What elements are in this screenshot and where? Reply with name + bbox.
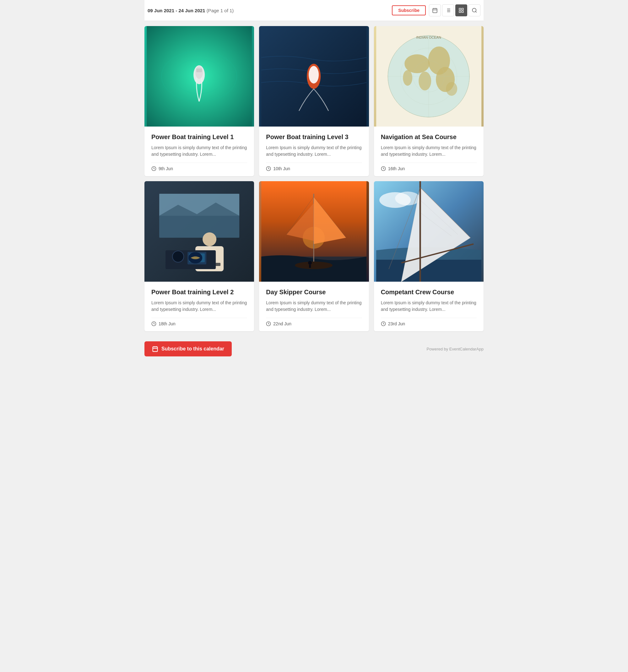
svg-rect-21 — [196, 69, 202, 72]
clock-icon-6 — [381, 321, 386, 326]
event-image-4 — [144, 181, 254, 282]
event-card-5[interactable]: Day Skipper Course Lorem Ipsum is simply… — [259, 181, 369, 331]
event-card-body-4: Power Boat training Level 2 Lorem Ipsum … — [144, 282, 254, 331]
page-info: (Page 1 of 1) — [207, 8, 234, 13]
event-card-body-3: Navigation at Sea Course Lorem Ipsum is … — [374, 126, 484, 176]
event-card-body-5: Day Skipper Course Lorem Ipsum is simply… — [259, 282, 369, 331]
event-date-text-5: 22nd Jun — [273, 321, 291, 326]
svg-point-66 — [395, 192, 420, 206]
svg-point-34 — [446, 82, 457, 96]
events-grid: Power Boat training Level 1 Lorem Ipsum … — [144, 21, 484, 336]
event-image-5 — [259, 181, 369, 282]
event-title-4: Power Boat training Level 2 — [151, 289, 247, 296]
svg-rect-10 — [459, 8, 461, 10]
svg-rect-12 — [462, 11, 463, 13]
subscribe-calendar-label: Subscribe to this calendar — [162, 346, 224, 352]
event-image-1 — [144, 26, 254, 126]
svg-text:INDIAN OCEAN: INDIAN OCEAN — [416, 35, 441, 39]
event-image-2 — [259, 26, 369, 126]
svg-point-45 — [202, 232, 216, 246]
powered-by: Powered by EventCalendarApp — [427, 347, 484, 352]
event-desc-4: Lorem Ipsum is simply dummy text of the … — [151, 299, 247, 313]
grid-icon — [458, 7, 464, 13]
clock-icon-1 — [151, 166, 156, 171]
clock-icon-4 — [151, 321, 156, 326]
event-date-5: 22nd Jun — [266, 318, 362, 326]
svg-point-14 — [472, 8, 476, 12]
event-desc-6: Lorem Ipsum is simply dummy text of the … — [381, 299, 477, 313]
calendar-icon — [432, 7, 438, 13]
event-date-3: 16th Jun — [381, 163, 477, 171]
search-icon — [472, 7, 477, 13]
event-card-6[interactable]: Competant Crew Course Lorem Ipsum is sim… — [374, 181, 484, 331]
event-desc-1: Lorem Ipsum is simply dummy text of the … — [151, 144, 247, 158]
event-card-3[interactable]: INDIAN OCEAN Navigation at Sea Course Lo… — [374, 26, 484, 176]
event-desc-3: Lorem Ipsum is simply dummy text of the … — [381, 144, 477, 158]
subscribe-button[interactable]: Subscribe — [392, 5, 426, 16]
subscribe-calendar-button[interactable]: Subscribe to this calendar — [144, 341, 232, 356]
event-date-text-6: 23rd Jun — [388, 321, 405, 326]
event-title-6: Competant Crew Course — [381, 289, 477, 296]
event-date-text-2: 10th Jun — [273, 166, 290, 171]
event-image-3: INDIAN OCEAN — [374, 26, 484, 126]
event-date-4: 18th Jun — [151, 318, 247, 326]
svg-rect-11 — [462, 8, 463, 10]
event-title-3: Navigation at Sea Course — [381, 134, 477, 141]
event-date-6: 23rd Jun — [381, 318, 477, 326]
event-card-body-1: Power Boat training Level 1 Lorem Ipsum … — [144, 126, 254, 176]
svg-rect-0 — [433, 8, 437, 13]
event-card-body-6: Competant Crew Course Lorem Ipsum is sim… — [374, 282, 484, 331]
svg-point-49 — [172, 251, 184, 262]
event-date-2: 10th Jun — [266, 163, 362, 171]
event-title-5: Day Skipper Course — [266, 289, 362, 296]
event-card-body-2: Power Boat training Level 3 Lorem Ipsum … — [259, 126, 369, 176]
event-card-2[interactable]: Power Boat training Level 3 Lorem Ipsum … — [259, 26, 369, 176]
header-controls: Subscribe — [392, 4, 484, 16]
calendar-view-button[interactable] — [429, 4, 441, 16]
svg-point-61 — [308, 261, 312, 265]
svg-point-20 — [195, 66, 203, 79]
event-image-6 — [374, 181, 484, 282]
clock-icon-2 — [266, 166, 271, 171]
calendar-subscribe-icon — [152, 346, 158, 352]
svg-point-33 — [403, 70, 412, 86]
svg-point-32 — [418, 72, 431, 91]
grid-view-button[interactable] — [455, 4, 467, 16]
date-range: 09 Jun 2021 - 24 Jun 2021 — [148, 8, 205, 13]
event-desc-2: Lorem Ipsum is simply dummy text of the … — [266, 144, 362, 158]
event-desc-5: Lorem Ipsum is simply dummy text of the … — [266, 299, 362, 313]
event-card-1[interactable]: Power Boat training Level 1 Lorem Ipsum … — [144, 26, 254, 176]
svg-point-25 — [309, 66, 319, 83]
event-date-text-4: 18th Jun — [159, 321, 175, 326]
list-view-button[interactable] — [442, 4, 454, 16]
clock-icon-5 — [266, 321, 271, 326]
svg-line-15 — [476, 11, 476, 12]
event-title-1: Power Boat training Level 1 — [151, 134, 247, 141]
svg-point-60 — [295, 262, 333, 269]
event-title-2: Power Boat training Level 3 — [266, 134, 362, 141]
svg-rect-13 — [459, 11, 461, 13]
search-button[interactable] — [468, 4, 480, 16]
header-bar: 09 Jun 2021 - 24 Jun 2021 (Page 1 of 1) … — [144, 0, 484, 21]
list-icon — [445, 7, 451, 13]
date-range-area: 09 Jun 2021 - 24 Jun 2021 (Page 1 of 1) — [144, 8, 234, 13]
event-date-text-3: 16th Jun — [388, 166, 405, 171]
svg-rect-75 — [153, 347, 158, 352]
footer-area: Subscribe to this calendar Powered by Ev… — [144, 336, 484, 359]
event-date-text-1: 9th Jun — [159, 166, 173, 171]
event-card-4[interactable]: Power Boat training Level 2 Lorem Ipsum … — [144, 181, 254, 331]
svg-rect-62 — [309, 265, 311, 268]
clock-icon-3 — [381, 166, 386, 171]
event-date-1: 9th Jun — [151, 163, 247, 171]
